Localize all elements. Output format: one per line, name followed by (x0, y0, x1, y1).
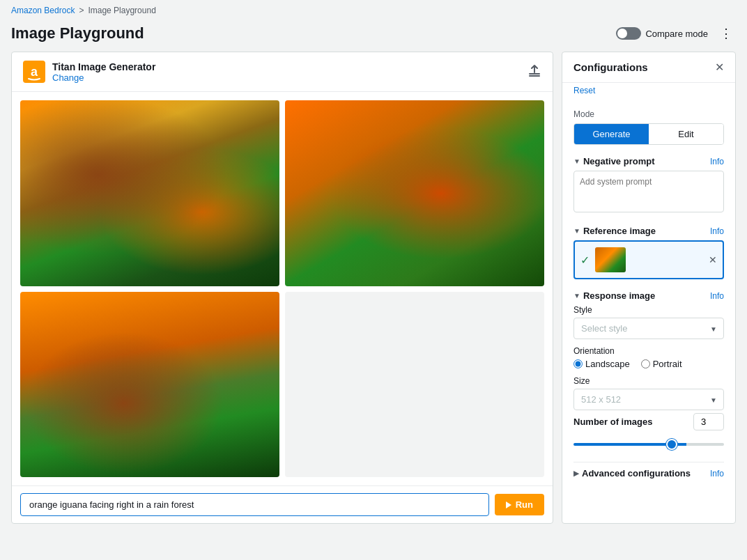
orientation-landscape-label: Landscape (585, 359, 630, 369)
prompt-bar: Run (12, 485, 553, 523)
reference-image-header: ▼ Reference image Info (573, 226, 724, 236)
reference-image-close-button[interactable]: ✕ (709, 254, 717, 265)
run-button-label: Run (516, 499, 533, 510)
orientation-label: Orientation (573, 346, 724, 356)
main-container: a Titan Image Generator Change (0, 52, 747, 535)
images-grid (12, 92, 553, 485)
page-header: Image Playground Compare mode ⋮ (0, 21, 747, 52)
response-image-title: ▼ Response image (573, 290, 655, 301)
compare-mode-toggle[interactable] (616, 27, 641, 40)
orientation-portrait-label: Portrait (653, 359, 682, 369)
reference-image-box: ✓ ✕ (573, 240, 724, 279)
response-image-header: ▼ Response image Info (573, 290, 724, 301)
config-panel: Configurations ✕ Reset Mode Generate Edi… (562, 52, 736, 524)
negative-prompt-section: ▼ Negative prompt Info (573, 156, 724, 215)
advanced-configurations-toggle[interactable]: ▶ Advanced configurations (573, 468, 691, 479)
svg-rect-3 (529, 75, 540, 77)
num-images-section: Number of images (573, 413, 724, 451)
response-image-caret: ▼ (573, 292, 580, 300)
style-label: Style (573, 305, 724, 315)
negative-prompt-textarea[interactable] (573, 171, 724, 212)
run-button[interactable]: Run (495, 494, 544, 515)
config-header: Configurations ✕ (562, 52, 735, 83)
model-name: Titan Image Generator (52, 61, 155, 72)
num-images-input[interactable] (693, 413, 724, 430)
advanced-configurations-section: ▶ Advanced configurations Info (573, 462, 724, 479)
reference-image-section: ▼ Reference image Info ✓ ✕ (573, 226, 724, 279)
image-cell-4 (285, 292, 544, 478)
style-select[interactable]: Select style Photographic Illustration 3… (573, 318, 724, 339)
upload-icon[interactable] (527, 64, 541, 80)
orientation-portrait-option[interactable]: Portrait (641, 359, 682, 369)
compare-mode-label: Compare mode (645, 29, 708, 39)
reference-image-caret: ▼ (573, 227, 580, 235)
advanced-info-link[interactable]: Info (710, 469, 724, 479)
breadcrumb-parent[interactable]: Amazon Bedrock (11, 6, 75, 15)
num-images-label: Number of images (573, 417, 652, 427)
size-select-wrapper: 512 x 512 256 x 256 1024 x 1024 (573, 389, 724, 410)
orientation-options: Landscape Portrait (573, 359, 724, 369)
mode-edit-button[interactable]: Edit (649, 124, 723, 144)
advanced-label: Advanced configurations (582, 468, 691, 479)
prompt-input[interactable] (20, 493, 489, 516)
image-cell-2 (285, 100, 544, 286)
mode-toggle: Generate Edit (573, 123, 724, 145)
amazon-logo-icon: a (23, 61, 45, 83)
model-info: a Titan Image Generator Change (23, 61, 155, 83)
play-icon (506, 501, 511, 508)
negative-prompt-label: Negative prompt (583, 156, 655, 166)
mode-generate-button[interactable]: Generate (574, 124, 649, 144)
response-image-info[interactable]: Info (710, 291, 724, 301)
breadcrumb-current: Image Playground (88, 6, 155, 15)
svg-rect-2 (529, 73, 540, 75)
negative-prompt-info[interactable]: Info (710, 157, 724, 166)
negative-prompt-title: ▼ Negative prompt (573, 156, 654, 166)
reference-image-title: ▼ Reference image (573, 226, 656, 236)
negative-prompt-header: ▼ Negative prompt Info (573, 156, 724, 166)
image-cell-1 (20, 100, 279, 286)
reference-image-label: Reference image (583, 226, 656, 236)
change-model-link[interactable]: Change (52, 72, 84, 83)
model-details: Titan Image Generator Change (52, 61, 155, 83)
close-config-button[interactable]: ✕ (715, 61, 724, 74)
style-select-wrapper: Select style Photographic Illustration 3… (573, 318, 724, 339)
response-image-label: Response image (583, 290, 655, 301)
size-label: Size (573, 376, 724, 386)
num-images-header: Number of images (573, 413, 724, 430)
mode-label: Mode (573, 109, 724, 119)
breadcrumb-separator: > (79, 6, 84, 15)
num-images-slider[interactable] (573, 443, 724, 446)
reference-image-info[interactable]: Info (710, 226, 724, 236)
svg-text:a: a (31, 65, 38, 79)
breadcrumb: Amazon Bedrock > Image Playground (0, 0, 747, 21)
header-actions: Compare mode ⋮ (616, 24, 736, 43)
slider-container (573, 435, 724, 451)
image-cell-3 (20, 292, 279, 478)
reference-check-icon: ✓ (580, 254, 590, 267)
config-title: Configurations (573, 61, 648, 73)
model-header: a Titan Image Generator Change (12, 52, 553, 92)
orientation-landscape-radio[interactable] (573, 359, 583, 368)
reference-thumbnail (595, 247, 626, 272)
response-image-section: ▼ Response image Info Style Select style… (573, 290, 724, 451)
content-panel: a Titan Image Generator Change (11, 52, 553, 524)
orientation-landscape-option[interactable]: Landscape (573, 359, 630, 369)
orientation-portrait-radio[interactable] (641, 359, 650, 368)
kebab-menu-button[interactable]: ⋮ (716, 24, 736, 43)
compare-mode-control: Compare mode (616, 27, 708, 40)
page-title: Image Playground (11, 24, 144, 42)
advanced-caret: ▶ (573, 469, 579, 477)
size-select[interactable]: 512 x 512 256 x 256 1024 x 1024 (573, 389, 724, 410)
mode-section: Mode Generate Edit (573, 109, 724, 145)
config-body: Mode Generate Edit ▼ Negative prompt Inf… (562, 101, 735, 487)
reset-link[interactable]: Reset (562, 83, 735, 101)
negative-prompt-caret: ▼ (573, 157, 580, 165)
